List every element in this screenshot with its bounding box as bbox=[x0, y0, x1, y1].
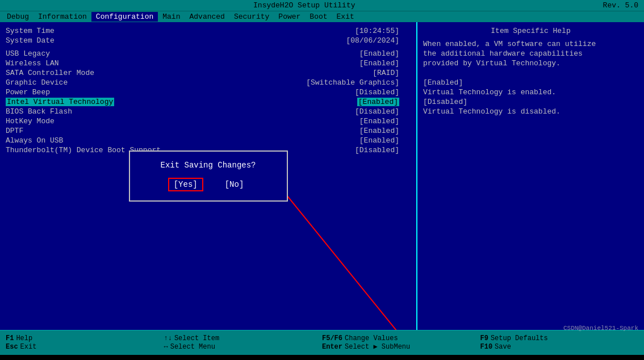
config-value: [Disabled] bbox=[355, 88, 399, 97]
status-label: Exit bbox=[20, 343, 37, 351]
config-value: [Enabled] bbox=[359, 117, 399, 125]
dialog-title: Exit Saving Changes? bbox=[144, 161, 273, 170]
config-value: [Enabled] bbox=[359, 59, 399, 68]
config-value: [Enabled] bbox=[359, 136, 399, 145]
config-rows: System Time[10:24:55]System Date[08/06/2… bbox=[6, 27, 411, 154]
config-label: BIOS Back Flash bbox=[6, 107, 72, 116]
config-value: [10:24:55] bbox=[355, 27, 399, 35]
status-key: F10 bbox=[480, 343, 493, 351]
config-label: System Time bbox=[6, 27, 55, 35]
status-cell: F5/F6Change Values bbox=[322, 334, 480, 342]
svg-line-0 bbox=[287, 195, 409, 330]
status-label: Change Values bbox=[345, 334, 398, 342]
config-row: Power Beep[Disabled] bbox=[6, 88, 411, 97]
menu-bar: DebugInformationConfigurationMainAdvance… bbox=[0, 11, 644, 22]
config-row: Wireless LAN[Enabled] bbox=[6, 59, 411, 68]
config-value: [Disabled] bbox=[355, 146, 399, 154]
watermark: CSDN@Daniel521-Spark bbox=[563, 325, 638, 332]
help-title: Item Specific Help bbox=[423, 27, 638, 35]
menu-item-information[interactable]: Information bbox=[34, 12, 91, 22]
help-line: provided by Virtual Technology. bbox=[423, 59, 638, 68]
help-line: [Enabled] bbox=[423, 78, 638, 87]
config-row[interactable]: Intel Virtual Technology[Enabled] bbox=[6, 98, 411, 106]
config-row: BIOS Back Flash[Disabled] bbox=[6, 107, 411, 116]
config-value: [Enabled] bbox=[359, 127, 399, 135]
status-label: Select Menu bbox=[170, 343, 215, 351]
status-key: F5/F6 bbox=[322, 334, 342, 342]
config-label: HotKey Mode bbox=[6, 117, 55, 125]
config-row: Graphic Device[Switchable Graphics] bbox=[6, 78, 411, 87]
help-line: When enabled, a VM software can utilize bbox=[423, 40, 638, 48]
menu-item-exit[interactable]: Exit bbox=[332, 12, 359, 22]
status-cell: EnterSelect ▶ SubMenu bbox=[322, 342, 480, 351]
help-line: [Disabled] bbox=[423, 98, 638, 106]
status-key: ↔ bbox=[164, 343, 168, 351]
status-label: Setup Defaults bbox=[491, 334, 548, 342]
config-panel: System Time[10:24:55]System Date[08/06/2… bbox=[0, 22, 417, 330]
config-label: Wireless LAN bbox=[6, 59, 59, 68]
menu-item-main[interactable]: Main bbox=[158, 12, 185, 22]
status-cell: F9Setup Defaults bbox=[480, 334, 639, 342]
status-row-2: EscExit↔Select MenuEnterSelect ▶ SubMenu… bbox=[6, 342, 638, 351]
menu-item-debug[interactable]: Debug bbox=[2, 12, 34, 22]
config-row: DPTF[Enabled] bbox=[6, 127, 411, 135]
config-label: Power Beep bbox=[6, 88, 50, 97]
title-bar: InsydeH2O Setup Utility Rev. 5.0 bbox=[0, 0, 644, 11]
status-key: Esc bbox=[6, 343, 18, 351]
status-cell: EscExit bbox=[6, 342, 164, 351]
menu-item-security[interactable]: Security bbox=[229, 12, 274, 22]
status-cell: ↑↓Select Item bbox=[164, 334, 323, 342]
config-row: USB Legacy[Enabled] bbox=[6, 49, 411, 58]
help-line: Virtual Technology is enabled. bbox=[423, 88, 638, 97]
help-lines: When enabled, a VM software can utilizet… bbox=[423, 40, 638, 116]
config-label: SATA Controller Mode bbox=[6, 69, 94, 77]
config-row: HotKey Mode[Enabled] bbox=[6, 117, 411, 125]
status-key: F9 bbox=[480, 334, 488, 342]
menu-item-advanced[interactable]: Advanced bbox=[185, 12, 229, 22]
config-label: USB Legacy bbox=[6, 49, 50, 58]
config-value: [08/06/2024] bbox=[346, 36, 399, 45]
config-row: System Time[10:24:55] bbox=[6, 27, 411, 35]
config-label: Graphic Device bbox=[6, 78, 68, 87]
config-label: Intel Virtual Technology bbox=[6, 98, 114, 106]
config-row: SATA Controller Mode[RAID] bbox=[6, 69, 411, 77]
config-row: System Date[08/06/2024] bbox=[6, 36, 411, 45]
status-cell: F1Help bbox=[6, 334, 164, 342]
menu-item-boot[interactable]: Boot bbox=[305, 12, 332, 22]
status-label: Save bbox=[495, 343, 511, 351]
config-value: [Switchable Graphics] bbox=[306, 78, 399, 87]
status-cell: F10Save bbox=[480, 342, 639, 351]
dialog-box: Exit Saving Changes? [Yes] [No] bbox=[129, 150, 288, 202]
config-label: DPTF bbox=[6, 127, 23, 135]
status-label: Select Item bbox=[174, 334, 219, 342]
status-label: Help bbox=[16, 334, 32, 342]
status-key: F1 bbox=[6, 334, 14, 342]
config-value: [Enabled] bbox=[357, 98, 399, 106]
app-title: InsydeH2O Setup Utility bbox=[6, 1, 603, 10]
status-row-1: F1Help↑↓Select ItemF5/F6Change ValuesF9S… bbox=[6, 334, 638, 342]
config-label: Always On USB bbox=[6, 136, 63, 145]
revision: Rev. 5.0 bbox=[603, 1, 638, 10]
help-line bbox=[423, 69, 638, 77]
status-key: ↑↓ bbox=[164, 334, 172, 342]
help-line: the additional hardware capabilities bbox=[423, 49, 638, 58]
status-label: Select ▶ SubMenu bbox=[345, 342, 410, 351]
config-label: System Date bbox=[6, 36, 55, 45]
config-row: Always On USB[Enabled] bbox=[6, 136, 411, 145]
config-value: [RAID] bbox=[373, 69, 399, 77]
menu-item-power[interactable]: Power bbox=[274, 12, 305, 22]
dialog-buttons: [Yes] [No] bbox=[144, 178, 273, 191]
status-bar: F1Help↑↓Select ItemF5/F6Change ValuesF9S… bbox=[0, 330, 644, 355]
help-panel: Item Specific Help When enabled, a VM so… bbox=[417, 22, 644, 330]
config-value: [Disabled] bbox=[355, 107, 399, 116]
dialog-yes-button[interactable]: [Yes] bbox=[168, 178, 203, 191]
config-value: [Enabled] bbox=[359, 49, 399, 58]
dialog-no-button[interactable]: [No] bbox=[220, 178, 249, 191]
status-cell: ↔Select Menu bbox=[164, 342, 323, 351]
status-key: Enter bbox=[322, 343, 342, 351]
menu-item-configuration[interactable]: Configuration bbox=[91, 12, 158, 22]
help-line: Virtual Technology is disabled. bbox=[423, 107, 638, 116]
main-area: System Time[10:24:55]System Date[08/06/2… bbox=[0, 22, 644, 330]
